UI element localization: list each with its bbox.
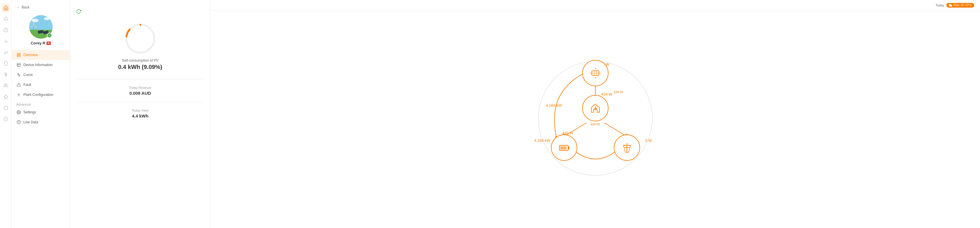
nav-label-live-data: Live Data [23, 120, 38, 124]
top-bar: Today Rain 18~23°C [210, 0, 980, 11]
curve-icon [16, 72, 21, 77]
diagram-panel: Today Rain 18~23°C [210, 0, 980, 228]
home-node: 439 W 439 W [582, 95, 609, 121]
svg-rect-13 [29, 15, 52, 30]
info-icon [16, 62, 21, 67]
nav-label-settings: Settings [23, 110, 36, 114]
main-content: Self-consumption of PV 0.4 kWh (9.09%) T… [70, 0, 980, 228]
rail-icon-device[interactable] [2, 59, 10, 68]
rail-icon-info[interactable] [2, 104, 10, 112]
svg-rect-4 [5, 61, 7, 65]
svg-text:0 W: 0 W [645, 138, 652, 143]
rail-icon-star[interactable] [2, 92, 10, 101]
weather-label: Rain 18~23°C [953, 3, 972, 7]
rail-icon-dollar[interactable] [2, 70, 10, 79]
today-revenue-value: 0.008 AUD [129, 91, 151, 96]
svg-marker-8 [4, 95, 8, 99]
back-button[interactable]: Back [12, 3, 70, 12]
sidebar: Back [12, 0, 70, 228]
user-name: Corey R R [31, 41, 51, 45]
svg-point-36 [126, 25, 154, 53]
svg-line-70 [629, 145, 630, 152]
plant-config-icon [16, 92, 21, 97]
svg-point-34 [18, 112, 19, 113]
avatar-badge: ✓ [47, 33, 52, 38]
self-consumption-label: Self-consumption of PV [122, 59, 158, 62]
refresh-button[interactable] [76, 9, 81, 15]
today-yield-row: Today Yield 4.4 kWh [132, 105, 148, 122]
nav-item-settings[interactable]: Settings [12, 107, 70, 117]
rail-icon-leaf[interactable] [2, 48, 10, 57]
gauge [123, 21, 158, 56]
svg-line-69 [624, 145, 625, 152]
svg-point-33 [18, 94, 19, 95]
today-label: Today [935, 3, 944, 7]
nav-label-device-information: Device Information [23, 63, 52, 67]
rail-icon-barchart[interactable] [2, 37, 10, 46]
svg-point-23 [33, 25, 34, 26]
nav-item-plant-configuration[interactable]: Plant Configuration [12, 90, 70, 100]
svg-rect-63 [568, 147, 570, 149]
nav-label-plant-configuration: Plant Configuration [23, 92, 53, 97]
nav-item-overview[interactable]: Overview [12, 50, 70, 60]
home-power-bottom: 439 W [591, 123, 600, 126]
nav-item-device-information[interactable]: Device Information [12, 60, 70, 70]
nav-label-fault: Fault [23, 83, 31, 87]
svg-line-44 [604, 123, 626, 136]
svg-rect-25 [19, 54, 20, 55]
rail-icon-people[interactable] [2, 81, 10, 90]
solar-circle [582, 60, 609, 86]
svg-rect-26 [19, 55, 20, 56]
svg-point-7 [5, 84, 6, 85]
home-circle [582, 95, 609, 121]
advanced-section-label: Advanced [12, 100, 70, 107]
nav-item-live-data[interactable]: Live Data [12, 117, 70, 127]
battery-node: 82.7% [551, 134, 577, 161]
icon-rail [0, 0, 12, 228]
nav-label-curve: Curve [23, 73, 33, 77]
today-yield-value: 4.4 kWh [132, 113, 148, 118]
today-revenue-row: Today Revenue 0.008 AUD [129, 83, 151, 99]
svg-point-15 [32, 19, 38, 22]
rail-icon-bell[interactable] [2, 14, 10, 23]
home-power-top: 439 W [614, 90, 623, 94]
user-profile: ✓ Corey R R [12, 12, 70, 50]
nav-item-fault[interactable]: Fault [12, 80, 70, 90]
grid-icon [16, 53, 21, 57]
svg-rect-28 [17, 64, 21, 67]
svg-rect-24 [17, 54, 18, 55]
center-panel: Self-consumption of PV 0.4 kWh (9.09%) T… [70, 0, 210, 228]
battery-circle: 82.7% [551, 134, 577, 161]
nav-section: Overview Device Information Curve [12, 50, 70, 228]
rail-icon-clock[interactable] [2, 26, 10, 35]
grid-circle [614, 134, 640, 161]
divider-1 [76, 79, 204, 80]
svg-text:82.7%: 82.7% [561, 147, 567, 149]
svg-text:4.168 kW: 4.168 kW [534, 138, 550, 143]
user-name-badge: R [46, 41, 51, 45]
today-yield-label: Today Yield [132, 109, 148, 112]
grid-node [614, 134, 640, 161]
divider-2 [76, 102, 204, 102]
svg-point-16 [44, 17, 50, 20]
svg-point-38 [139, 24, 141, 26]
livedata-icon [16, 120, 21, 124]
today-revenue-label: Today Revenue [129, 86, 151, 89]
rail-icon-clock2[interactable] [2, 115, 10, 123]
weather-badge: Rain 18~23°C [947, 3, 974, 8]
svg-rect-27 [17, 55, 18, 56]
gear-icon [16, 110, 21, 115]
nav-label-overview: Overview [23, 53, 38, 57]
rail-icon-home[interactable] [2, 3, 10, 12]
back-label: Back [22, 5, 30, 10]
solar-node [582, 60, 609, 86]
svg-text:4.168 kW: 4.168 kW [546, 103, 562, 108]
self-consumption-value: 0.4 kWh (9.09%) [118, 64, 162, 70]
nav-item-curve[interactable]: Curve [12, 70, 70, 80]
warning-icon [16, 83, 21, 87]
